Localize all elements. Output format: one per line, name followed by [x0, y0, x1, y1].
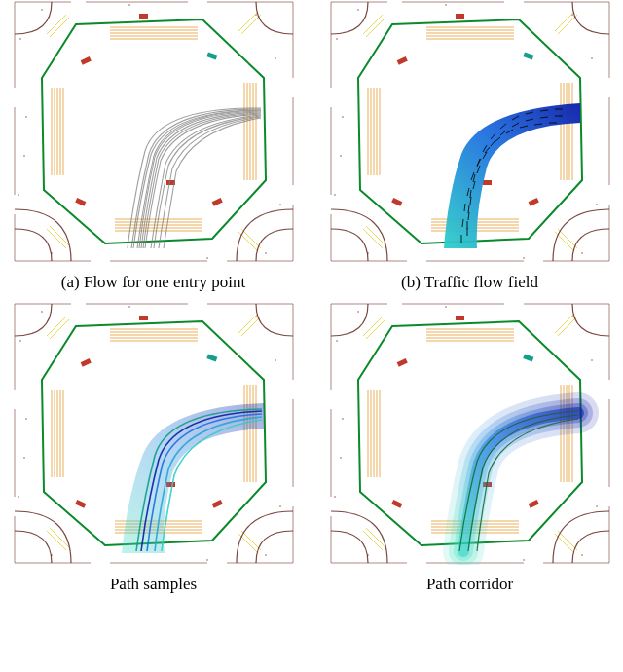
panel-d: Path corridor	[326, 302, 613, 594]
panel-b-image	[329, 0, 611, 263]
figure-grid: (a) Flow for one entry point	[0, 0, 623, 594]
panel-b: (b) Traffic flow field	[326, 0, 613, 292]
panel-b-caption: (b) Traffic flow field	[401, 273, 538, 292]
panel-a-caption: (a) Flow for one entry point	[61, 273, 245, 292]
panel-a-label: (a) Flow for one entry point	[61, 273, 245, 291]
panel-a-image	[13, 0, 295, 263]
panel-c-image	[13, 302, 295, 565]
panel-d-image	[329, 302, 611, 565]
panel-b-label: (b) Traffic flow field	[401, 273, 538, 291]
panel-c-label: Path samples	[110, 575, 197, 593]
panel-d-caption: Path corridor	[426, 575, 513, 594]
panel-d-label: Path corridor	[426, 575, 513, 593]
panel-c: Path samples	[10, 302, 297, 594]
panel-c-caption: Path samples	[110, 575, 197, 594]
panel-a: (a) Flow for one entry point	[10, 0, 297, 292]
